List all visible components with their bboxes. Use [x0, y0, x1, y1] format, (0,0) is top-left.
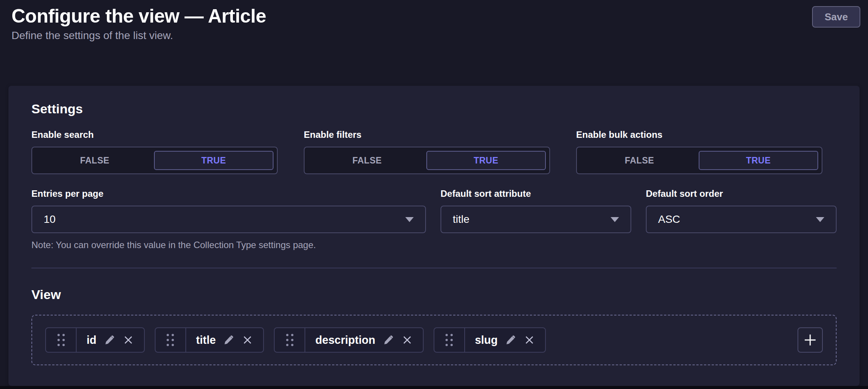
- entries-per-page-note: Note: You can override this value in the…: [31, 239, 426, 251]
- close-icon[interactable]: [242, 334, 253, 346]
- default-sort-order-label: Default sort order: [646, 188, 837, 199]
- chip-body: description: [305, 328, 423, 352]
- page-header: Configure the view — Article Define the …: [0, 0, 868, 42]
- chevron-down-icon: [816, 217, 824, 222]
- pencil-icon[interactable]: [505, 335, 516, 345]
- enable-filters-false-option[interactable]: FALSE: [308, 151, 426, 170]
- default-sort-order-select[interactable]: ASC: [646, 206, 837, 233]
- plus-icon: [802, 332, 818, 348]
- field-chip-description: description: [274, 327, 423, 353]
- close-icon[interactable]: [123, 334, 134, 346]
- enable-bulk-actions-false-option[interactable]: FALSE: [580, 151, 699, 170]
- close-icon[interactable]: [524, 334, 535, 346]
- page-subtitle: Define the settings of the list view.: [11, 29, 857, 42]
- field-chip-label: id: [87, 334, 97, 347]
- entries-per-page-label: Entries per page: [31, 188, 426, 199]
- pencil-icon[interactable]: [104, 335, 115, 345]
- default-sort-attribute-field: Default sort attribute title: [441, 188, 631, 251]
- enable-bulk-actions-true-option[interactable]: TRUE: [699, 151, 819, 170]
- toggles-row: Enable search FALSE TRUE Enable filters …: [31, 129, 837, 174]
- enable-filters-toggle: FALSE TRUE: [304, 147, 550, 174]
- chip-body: id: [77, 328, 144, 352]
- close-icon[interactable]: [401, 334, 413, 346]
- field-chip-list: id title: [45, 327, 546, 353]
- chip-body: slug: [465, 328, 545, 352]
- field-chip-label: title: [196, 334, 216, 347]
- enable-search-false-option[interactable]: FALSE: [36, 151, 154, 170]
- settings-card: Settings Enable search FALSE TRUE Enable…: [8, 86, 860, 386]
- entries-per-page-value: 10: [44, 213, 56, 226]
- default-sort-attribute-label: Default sort attribute: [441, 188, 631, 199]
- chevron-down-icon: [405, 217, 414, 222]
- entries-per-page-field: Entries per page 10 Note: You can overri…: [31, 188, 426, 251]
- settings-section-heading: Settings: [31, 101, 837, 117]
- field-chip-label: slug: [475, 334, 498, 347]
- add-field-button[interactable]: [798, 327, 823, 353]
- field-chip-label: description: [315, 334, 375, 347]
- enable-search-true-option[interactable]: TRUE: [154, 151, 274, 170]
- chip-body: title: [186, 328, 264, 352]
- enable-search-label: Enable search: [31, 129, 278, 141]
- drag-handle-icon[interactable]: [156, 328, 186, 352]
- default-sort-attribute-value: title: [453, 213, 470, 226]
- enable-bulk-actions-toggle: FALSE TRUE: [576, 147, 822, 174]
- enable-search-toggle: FALSE TRUE: [31, 147, 278, 174]
- pencil-icon[interactable]: [383, 335, 394, 345]
- drag-handle-icon[interactable]: [275, 328, 305, 352]
- default-sort-order-value: ASC: [658, 213, 680, 226]
- page-title: Configure the view — Article: [11, 5, 857, 27]
- viewport-bottom-edge: [0, 386, 868, 389]
- drag-handle-icon[interactable]: [46, 328, 77, 352]
- chevron-down-icon: [611, 217, 619, 222]
- field-chip-title: title: [155, 327, 264, 353]
- enable-filters-label: Enable filters: [304, 129, 550, 141]
- enable-filters-true-option[interactable]: TRUE: [426, 151, 546, 170]
- default-sort-order-field: Default sort order ASC: [646, 188, 837, 251]
- entries-per-page-select[interactable]: 10: [31, 206, 426, 233]
- field-chip-id: id: [45, 327, 145, 353]
- drag-handle-icon[interactable]: [434, 328, 465, 352]
- default-sort-attribute-select[interactable]: title: [441, 206, 631, 233]
- enable-bulk-actions-field: Enable bulk actions FALSE TRUE: [576, 129, 822, 174]
- enable-filters-field: Enable filters FALSE TRUE: [304, 129, 550, 174]
- pencil-icon[interactable]: [223, 335, 234, 345]
- section-divider: [31, 268, 837, 268]
- enable-bulk-actions-label: Enable bulk actions: [576, 129, 822, 141]
- save-button[interactable]: Save: [812, 6, 860, 28]
- view-fields-dropzone: id title: [31, 315, 837, 365]
- view-section-heading: View: [31, 287, 837, 302]
- field-chip-slug: slug: [434, 327, 546, 353]
- enable-search-field: Enable search FALSE TRUE: [31, 129, 278, 174]
- selects-row: Entries per page 10 Note: You can overri…: [31, 188, 837, 251]
